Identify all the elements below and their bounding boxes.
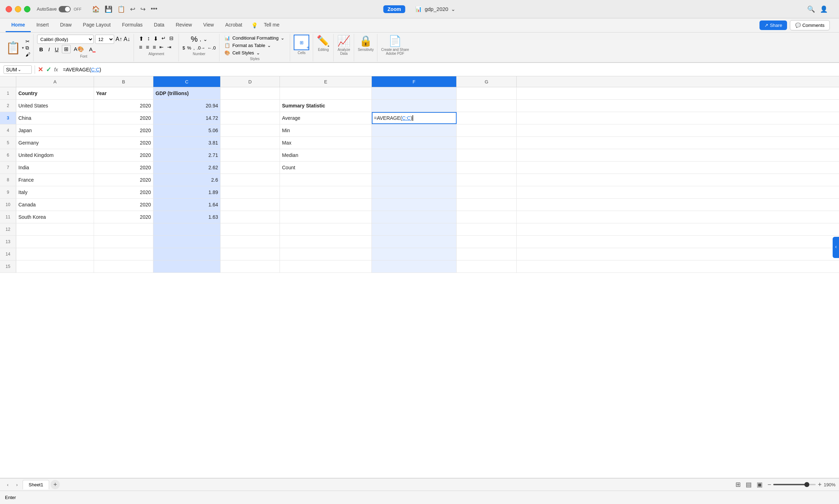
cell-a9[interactable]: Italy [16,186,94,198]
cell-e6[interactable]: Median [280,149,372,161]
col-header-d[interactable]: D [221,76,280,87]
tab-home[interactable]: Home [6,18,31,32]
comma-btn2[interactable]: , [193,45,195,51]
fill-color-button[interactable]: A🎨 [72,45,86,53]
cell-a1[interactable]: Country [16,87,94,99]
more-icon[interactable]: ••• [151,5,157,13]
cell-f11[interactable] [372,211,457,223]
close-button[interactable] [6,6,12,12]
tab-insert[interactable]: Insert [31,18,54,32]
profile-icon[interactable]: 👤 [820,5,828,13]
zoom-in-button[interactable]: + [818,481,822,488]
cell-g10[interactable] [457,199,517,211]
percent-btn2[interactable]: % [187,45,192,51]
cell-f10[interactable] [372,199,457,211]
cell-b13[interactable] [94,236,153,248]
cell-d6[interactable] [221,149,280,161]
cell-d2[interactable] [221,100,280,112]
cell-a13[interactable] [16,236,94,248]
cell-g12[interactable] [457,223,517,235]
cell-b9[interactable]: 2020 [94,186,153,198]
cell-c10[interactable]: 1.64 [153,199,221,211]
number-format-button[interactable]: % , ⌄ [191,35,207,44]
indent-decrease-button[interactable]: ⇤ [158,43,165,51]
cell-f5[interactable] [372,137,457,149]
increase-font-icon[interactable]: A↑ [116,36,122,42]
cell-c5[interactable]: 3.81 [153,137,221,149]
cell-a10[interactable]: Canada [16,199,94,211]
cell-c4[interactable]: 5.06 [153,124,221,136]
tab-draw[interactable]: Draw [54,18,77,32]
cell-a2[interactable]: United States [16,100,94,112]
cell-b3[interactable]: 2020 [94,112,153,124]
col-header-b[interactable]: B [94,76,153,87]
cell-a14[interactable] [16,248,94,260]
cells-button[interactable]: ⊞ + [294,35,309,50]
align-top-button[interactable]: ⬆ [137,35,145,43]
decimal-decrease-button[interactable]: ←.0 [207,45,216,51]
cell-f1[interactable] [372,87,457,99]
cell-d5[interactable] [221,137,280,149]
font-color-button[interactable]: A_ [87,46,97,53]
cell-e1[interactable] [280,87,372,99]
align-left-button[interactable]: ≡ [137,43,143,51]
page-layout-view-icon[interactable]: ▣ [757,481,763,488]
bold-button[interactable]: B [37,45,45,53]
format-as-table-button[interactable]: 📋 Format as Table ⌄ [223,42,286,49]
cell-g6[interactable] [457,149,517,161]
align-middle-button[interactable]: ↕ [146,35,151,43]
cell-c3[interactable]: 14.72 [153,112,221,124]
cell-d10[interactable] [221,199,280,211]
cell-d4[interactable] [221,124,280,136]
tab-formulas[interactable]: Formulas [116,18,148,32]
cell-b11[interactable]: 2020 [94,211,153,223]
cell-f14[interactable] [372,248,457,260]
cell-c8[interactable]: 2.6 [153,174,221,186]
cell-f15[interactable] [372,260,457,272]
tab-view[interactable]: View [198,18,219,32]
cell-reference[interactable]: SUM ⌄ [4,65,32,74]
cell-f8[interactable] [372,174,457,186]
cell-a7[interactable]: India [16,162,94,174]
cell-b4[interactable]: 2020 [94,124,153,136]
clipboard-copy[interactable]: ⧉ [25,45,30,51]
grid-view-icon[interactable]: ⊞ [735,481,741,488]
cancel-formula-button[interactable]: ✕ [38,66,43,74]
sensitivity-button[interactable]: 🔒 [359,35,372,47]
cell-e7[interactable]: Count [280,162,372,174]
cell-d1[interactable] [221,87,280,99]
cell-e15[interactable] [280,260,372,272]
next-sheet-button[interactable]: › [13,480,21,489]
search-icon[interactable]: 🔍 [807,5,815,13]
cell-c6[interactable]: 2.71 [153,149,221,161]
cell-g4[interactable] [457,124,517,136]
cell-d14[interactable] [221,248,280,260]
cell-d7[interactable] [221,162,280,174]
cell-d13[interactable] [221,236,280,248]
cell-g14[interactable] [457,248,517,260]
cell-a5[interactable]: Germany [16,137,94,149]
cell-c2[interactable]: 20.94 [153,100,221,112]
tab-acrobat[interactable]: Acrobat [219,18,248,32]
cell-g13[interactable] [457,236,517,248]
cell-b5[interactable]: 2020 [94,137,153,149]
cell-f3[interactable]: =AVERAGE(C:C) [372,112,457,124]
cell-g7[interactable] [457,162,517,174]
cell-c9[interactable]: 1.89 [153,186,221,198]
col-header-f[interactable]: F [372,76,457,87]
prev-sheet-button[interactable]: ‹ [4,480,12,489]
redo-icon[interactable]: ↪ [140,5,146,13]
font-family-select[interactable]: Calibri (Body) [37,35,94,44]
home-icon[interactable]: 🏠 [92,5,100,13]
save-as-icon[interactable]: 📋 [117,5,125,13]
cell-g9[interactable] [457,186,517,198]
tab-review[interactable]: Review [170,18,198,32]
align-bottom-button[interactable]: ⬇ [152,35,159,43]
tab-page-layout[interactable]: Page Layout [77,18,117,32]
cell-ref-dropdown[interactable]: ⌄ [18,67,21,72]
italic-button[interactable]: I [47,46,52,53]
share-button[interactable]: ↗ Share [759,20,787,30]
cell-e4[interactable]: Min [280,124,372,136]
cell-d9[interactable] [221,186,280,198]
cell-f6[interactable] [372,149,457,161]
